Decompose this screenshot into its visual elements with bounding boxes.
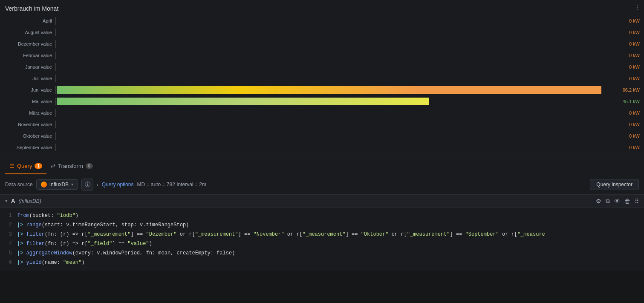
- bar-value: 0 kW: [601, 145, 640, 150]
- bar-value: 66.2 kW: [601, 87, 640, 92]
- bar-label: Dezember value: [4, 41, 55, 46]
- bar-label: August value: [4, 30, 55, 35]
- bar-value: 0 kW: [601, 64, 640, 69]
- bar-track: [55, 40, 601, 48]
- bar-row: Dezember value0 kW: [4, 38, 640, 49]
- chevron-down-icon: ▾: [71, 182, 73, 187]
- bar-track: [55, 121, 601, 128]
- datasource-select[interactable]: InfluxDB ▾: [36, 179, 78, 190]
- bar-value: 0 kW: [601, 30, 640, 35]
- bar-track: [55, 63, 601, 71]
- bar-label: April: [4, 18, 55, 23]
- query-options-button[interactable]: Query options: [102, 182, 134, 188]
- drag-icon[interactable]: ⠿: [635, 198, 639, 205]
- panel-title: Verbrauch im Monat: [0, 3, 644, 15]
- tab-query[interactable]: ☰ Query 1: [5, 158, 46, 174]
- collapse-icon[interactable]: ▾: [5, 198, 8, 204]
- bar-value: 45.1 kW: [601, 99, 640, 104]
- info-icon: ⓘ: [85, 181, 90, 188]
- bar-row: Juli value0 kW: [4, 73, 640, 84]
- bar-value: 0 kW: [601, 122, 640, 127]
- bar-label: Januar value: [4, 64, 55, 69]
- bar-value: 0 kW: [601, 110, 640, 115]
- bar-track: [55, 75, 601, 82]
- query-tab-badge: 1: [35, 163, 42, 169]
- bar-row: Juni value66.2 kW: [4, 84, 640, 95]
- settings-icon[interactable]: ⚙: [596, 198, 601, 205]
- bar-value: 0 kW: [601, 18, 640, 23]
- bar-value: 0 kW: [601, 76, 640, 81]
- code-line-4: 4 |> filter(fn: (r) => r["_field"] == "v…: [0, 239, 644, 248]
- bar-track: [55, 52, 601, 59]
- influxdb-icon: [41, 182, 47, 188]
- bar-row: November value0 kW: [4, 119, 640, 130]
- bar-row: Februar value0 kW: [4, 50, 640, 61]
- data-source-label: Data source: [5, 182, 33, 188]
- bar-label: November value: [4, 122, 55, 127]
- datasource-name: InfluxDB: [49, 182, 69, 188]
- code-line-1: 1 from(bucket: "iodb"): [0, 211, 644, 220]
- bar-label: Juli value: [4, 76, 55, 81]
- bar-label: März value: [4, 110, 55, 115]
- bar-track: [55, 109, 601, 117]
- bar-row: Januar value0 kW: [4, 61, 640, 72]
- bar-track: [55, 17, 601, 25]
- bar-fill: [57, 98, 429, 105]
- tab-bar: ☰ Query 1 ⇄ Transform 0: [0, 158, 644, 174]
- code-area: 1 from(bucket: "iodb") 2 |> range(start:…: [0, 208, 644, 271]
- bar-value: 0 kW: [601, 53, 640, 58]
- code-line-2: 2 |> range(start: v.timeRangeStart, stop…: [0, 220, 644, 230]
- query-tab-icon: ☰: [9, 163, 14, 169]
- query-source: (InfluxDB): [18, 198, 41, 204]
- bar-label: September value: [4, 145, 55, 150]
- query-inspector-button[interactable]: Query inspector: [590, 179, 639, 190]
- transform-tab-badge: 0: [86, 163, 93, 169]
- bar-row: August value0 kW: [4, 27, 640, 38]
- copy-icon[interactable]: ⧉: [606, 197, 610, 205]
- panel-menu-icon[interactable]: ⋮: [634, 3, 641, 12]
- tab-transform[interactable]: ⇄ Transform 0: [46, 158, 97, 174]
- code-line-6: 6 |> yield(name: "mean"): [0, 258, 644, 267]
- arrow-right-icon: ›: [97, 182, 98, 187]
- bar-row: Mai value45.1 kW: [4, 96, 640, 107]
- code-line-5: 5 |> aggregateWindow(every: v.windowPeri…: [0, 248, 644, 258]
- info-button[interactable]: ⓘ: [81, 179, 93, 190]
- transform-tab-label: Transform: [58, 163, 83, 169]
- query-editor-section: ▾ A (InfluxDB) ⚙ ⧉ 👁 🗑 ⠿ 1 from(bucket: …: [0, 194, 644, 271]
- query-toolbar: Data source InfluxDB ▾ ⓘ › Query options…: [0, 174, 644, 194]
- bar-label: Juni value: [4, 87, 55, 92]
- bar-label: Oktober value: [4, 133, 55, 139]
- bar-row: Oktober value0 kW: [4, 130, 640, 141]
- bar-track: [55, 98, 601, 105]
- bar-fill: [57, 86, 601, 94]
- query-options-meta: MD = auto = 782 Interval = 2m: [137, 182, 206, 188]
- transform-tab-icon: ⇄: [51, 163, 55, 169]
- delete-icon[interactable]: 🗑: [624, 198, 630, 205]
- bar-track: [55, 144, 601, 151]
- eye-icon[interactable]: 👁: [614, 198, 620, 205]
- query-actions: ⚙ ⧉ 👁 🗑 ⠿: [596, 197, 639, 205]
- query-tab-label: Query: [17, 163, 32, 169]
- bar-track: [55, 132, 601, 140]
- bar-label: Februar value: [4, 53, 55, 58]
- bar-row: März value0 kW: [4, 107, 640, 118]
- query-header: ▾ A (InfluxDB) ⚙ ⧉ 👁 🗑 ⠿: [0, 195, 644, 208]
- code-line-3: 3 |> filter(fn: (r) => r["_measurement"]…: [0, 230, 644, 239]
- bar-track: [55, 29, 601, 36]
- bar-label: Mai value: [4, 99, 55, 104]
- bar-row: September value0 kW: [4, 142, 640, 153]
- bar-value: 0 kW: [601, 133, 640, 139]
- chart-panel: Verbrauch im Monat ⋮ April0 kWAugust val…: [0, 0, 644, 158]
- bar-row: April0 kW: [4, 15, 640, 26]
- chart-area: April0 kWAugust value0 kWDezember value0…: [0, 15, 644, 153]
- bar-value: 0 kW: [601, 41, 640, 46]
- bar-track: [55, 86, 601, 94]
- query-letter: A: [11, 198, 15, 204]
